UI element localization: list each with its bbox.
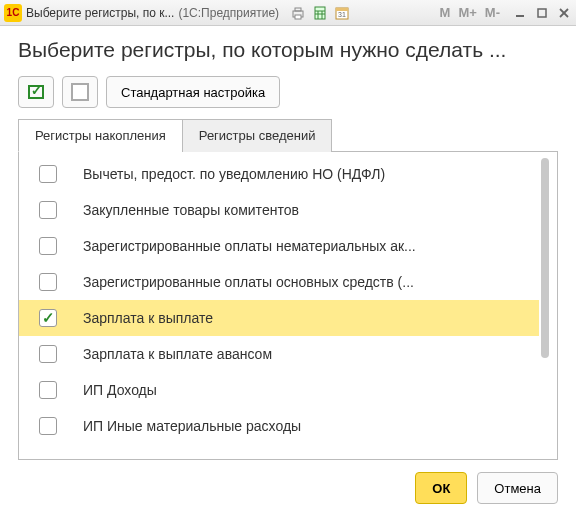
list-item-label: Закупленные товары комитентов (83, 202, 299, 218)
scrollbar[interactable] (539, 158, 553, 453)
app-icon: 1C (4, 4, 22, 22)
deselect-all-button[interactable] (62, 76, 98, 108)
toolbar: Стандартная настройка (18, 76, 558, 108)
checkbox[interactable] (39, 201, 57, 219)
default-settings-button[interactable]: Стандартная настройка (106, 76, 280, 108)
tabs: Регистры накопления Регистры сведений (18, 118, 558, 152)
maximize-icon[interactable] (534, 6, 550, 20)
calculator-icon[interactable] (311, 4, 329, 22)
tab-information-registers[interactable]: Регистры сведений (182, 119, 333, 152)
checkbox[interactable] (39, 345, 57, 363)
calendar-icon[interactable]: 31 (333, 4, 351, 22)
list-container: Вычеты, предост. по уведомлению НО (НДФЛ… (18, 152, 558, 460)
list-item[interactable]: Зарегистрированные оплаты нематериальных… (19, 228, 539, 264)
deselect-all-icon (73, 85, 87, 99)
list-item[interactable]: Зарегистрированные оплаты основных средс… (19, 264, 539, 300)
list-item-label: Вычеты, предост. по уведомлению НО (НДФЛ… (83, 166, 385, 182)
window-subtitle: (1С:Предприятие) (178, 6, 279, 20)
content: Выберите регистры, по которым нужно сдел… (0, 26, 576, 516)
list-item-label: ИП Доходы (83, 382, 157, 398)
checkbox[interactable] (39, 165, 57, 183)
list-item[interactable]: ИП Иные материальные расходы (19, 408, 539, 444)
checkbox[interactable] (39, 309, 57, 327)
list-item-label: Зарегистрированные оплаты нематериальных… (83, 238, 416, 254)
tab-accumulation-registers[interactable]: Регистры накопления (18, 119, 183, 152)
select-all-button[interactable] (18, 76, 54, 108)
close-icon[interactable] (556, 6, 572, 20)
title-tools: 31 (289, 4, 351, 22)
svg-rect-1 (295, 8, 301, 11)
checkbox[interactable] (39, 417, 57, 435)
list-item-label: Зарплата к выплате авансом (83, 346, 272, 362)
print-icon[interactable] (289, 4, 307, 22)
footer: ОК Отмена (18, 460, 558, 504)
titlebar: 1C Выберите регистры, по к... (1С:Предпр… (0, 0, 576, 26)
svg-rect-3 (315, 7, 325, 19)
list-item[interactable]: Зарплата к выплате авансом (19, 336, 539, 372)
ok-button[interactable]: ОК (415, 472, 467, 504)
minimize-icon[interactable] (512, 6, 528, 20)
list-item-label: Зарегистрированные оплаты основных средс… (83, 274, 414, 290)
list-item-label: ИП Иные материальные расходы (83, 418, 301, 434)
window-title: Выберите регистры, по к... (26, 6, 174, 20)
select-all-icon (28, 85, 44, 99)
page-title: Выберите регистры, по которым нужно сдел… (18, 38, 558, 62)
svg-rect-12 (538, 9, 546, 17)
memory-mminus-button[interactable]: M- (483, 5, 502, 20)
cancel-button[interactable]: Отмена (477, 472, 558, 504)
checkbox[interactable] (39, 381, 57, 399)
list-item[interactable]: Закупленные товары комитентов (19, 192, 539, 228)
checkbox[interactable] (39, 273, 57, 291)
svg-rect-2 (295, 15, 301, 19)
memory-m-button[interactable]: M (438, 5, 453, 20)
memory-mplus-button[interactable]: M+ (456, 5, 478, 20)
scrollbar-thumb[interactable] (541, 158, 549, 358)
list-item[interactable]: ИП Доходы (19, 372, 539, 408)
svg-text:31: 31 (338, 11, 346, 18)
list-item[interactable]: Зарплата к выплате (19, 300, 539, 336)
list-item[interactable]: Вычеты, предост. по уведомлению НО (НДФЛ… (19, 156, 539, 192)
list-item-label: Зарплата к выплате (83, 310, 213, 326)
register-list: Вычеты, предост. по уведомлению НО (НДФЛ… (19, 152, 539, 459)
checkbox[interactable] (39, 237, 57, 255)
